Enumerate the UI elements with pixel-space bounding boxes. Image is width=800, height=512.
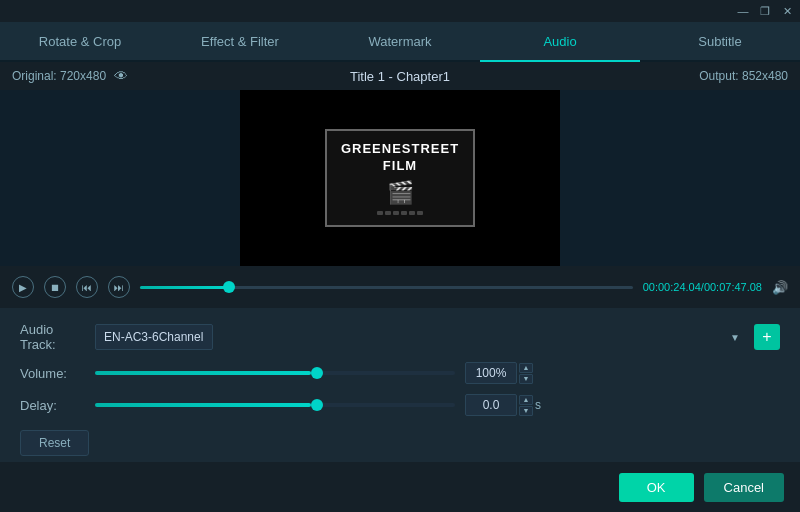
film-hole (417, 211, 423, 215)
volume-fill (95, 371, 311, 375)
tab-watermark[interactable]: Watermark (320, 22, 480, 62)
audio-track-select[interactable]: EN-AC3-6Channel (95, 324, 213, 350)
delay-up-button[interactable]: ▲ (519, 395, 533, 405)
bottom-bar: OK Cancel (0, 462, 800, 512)
title-bar: — ❐ ✕ (0, 0, 800, 22)
film-hole (393, 211, 399, 215)
delay-slider[interactable] (95, 403, 455, 407)
audio-track-row: Audio Track: EN-AC3-6Channel ▼ + (20, 322, 780, 352)
tab-rotate-crop[interactable]: Rotate & Crop (0, 22, 160, 62)
logo-line1: GREENESTREET (341, 141, 459, 158)
playback-controls: ▶ ⏹ ⏮ ⏭ 00:00:24.04/00:07:47.08 🔊 (0, 266, 800, 308)
preview-right (560, 90, 800, 266)
volume-icon[interactable]: 🔊 (772, 280, 788, 295)
film-hole (377, 211, 383, 215)
delay-fill (95, 403, 311, 407)
delay-spinner: ▲ ▼ (519, 395, 533, 416)
track-select-container: EN-AC3-6Channel ▼ (95, 324, 748, 350)
audio-panel: Audio Track: EN-AC3-6Channel ▼ + Volume:… (0, 308, 800, 466)
volume-input[interactable] (465, 362, 517, 384)
tab-audio[interactable]: Audio (480, 22, 640, 62)
original-resolution: Original: 720x480 (12, 69, 106, 83)
volume-label: Volume: (20, 366, 85, 381)
video-title: Title 1 - Chapter1 (350, 69, 450, 84)
reset-button[interactable]: Reset (20, 430, 89, 456)
output-resolution: Output: 852x480 (699, 69, 788, 83)
tab-effect-filter[interactable]: Effect & Filter (160, 22, 320, 62)
audio-track-label: Audio Track: (20, 322, 85, 352)
volume-down-button[interactable]: ▼ (519, 374, 533, 384)
delay-row: Delay: ▲ ▼ s (20, 394, 780, 416)
prev-button[interactable]: ⏮ (76, 276, 98, 298)
volume-thumb[interactable] (311, 367, 323, 379)
preview-area: GREENESTREET FILM 🎬 (0, 90, 800, 266)
progress-fill (140, 286, 229, 289)
volume-value-box: ▲ ▼ (465, 362, 533, 384)
volume-slider[interactable] (95, 371, 455, 375)
time-display: 00:00:24.04/00:07:47.08 (643, 281, 762, 293)
preview-left (0, 90, 240, 266)
video-logo: GREENESTREET FILM 🎬 (325, 129, 475, 227)
delay-value-box: ▲ ▼ s (465, 394, 541, 416)
delay-unit: s (535, 398, 541, 412)
chevron-down-icon: ▼ (730, 332, 740, 343)
next-button[interactable]: ⏭ (108, 276, 130, 298)
volume-up-button[interactable]: ▲ (519, 363, 533, 373)
preview-main: GREENESTREET FILM 🎬 (240, 90, 560, 266)
play-button[interactable]: ▶ (12, 276, 34, 298)
delay-down-button[interactable]: ▼ (519, 406, 533, 416)
eye-icon[interactable]: 👁 (114, 68, 128, 84)
delay-label: Delay: (20, 398, 85, 413)
ok-button[interactable]: OK (619, 473, 694, 502)
tab-subtitle[interactable]: Subtitle (640, 22, 800, 62)
film-hole (401, 211, 407, 215)
film-hole (385, 211, 391, 215)
volume-spinner: ▲ ▼ (519, 363, 533, 384)
delay-input[interactable] (465, 394, 517, 416)
stop-button[interactable]: ⏹ (44, 276, 66, 298)
restore-button[interactable]: ❐ (758, 4, 772, 18)
delay-thumb[interactable] (311, 399, 323, 411)
close-button[interactable]: ✕ (780, 4, 794, 18)
add-track-button[interactable]: + (754, 324, 780, 350)
track-select-wrapper: EN-AC3-6Channel ▼ + (95, 324, 780, 350)
preview-bar: Original: 720x480 👁 Title 1 - Chapter1 O… (0, 62, 800, 90)
progress-thumb[interactable] (223, 281, 235, 293)
cancel-button[interactable]: Cancel (704, 473, 784, 502)
progress-bar[interactable] (140, 286, 633, 289)
minimize-button[interactable]: — (736, 4, 750, 18)
volume-row: Volume: ▲ ▼ (20, 362, 780, 384)
logo-line2: FILM (341, 158, 459, 175)
film-hole (409, 211, 415, 215)
tab-bar: Rotate & Crop Effect & Filter Watermark … (0, 22, 800, 62)
